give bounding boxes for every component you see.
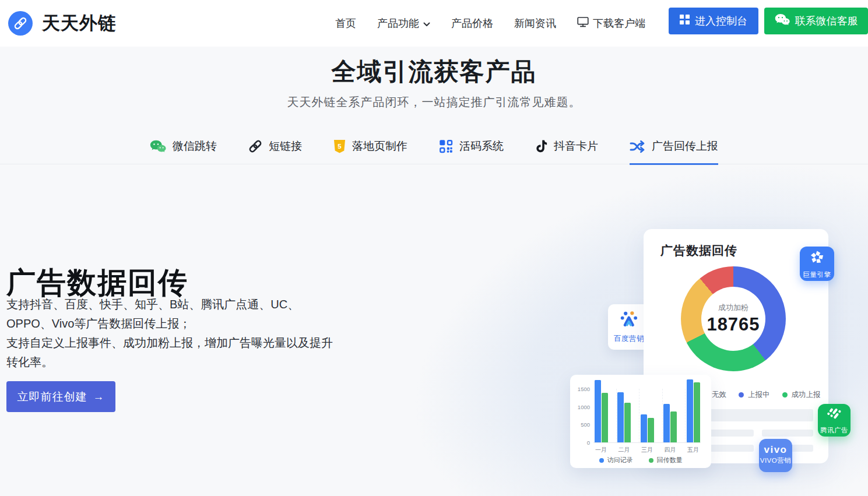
- legend-dot: [599, 458, 604, 463]
- ocean-engine-badge: 巨量引擎: [800, 247, 834, 281]
- skeleton-row: [762, 430, 813, 437]
- y-tick: 1000: [572, 404, 590, 410]
- svg-text:5: 5: [338, 143, 342, 150]
- hero-section: 全域引流获客产品 天天外链全系产品闭环，一站搞定推广引流常见难题。 微信跳转短链…: [0, 47, 868, 164]
- baidu-logo-icon: [620, 310, 639, 330]
- vivo-marketing-badge: vivo VIVO营销: [759, 439, 792, 472]
- nav-item-label: 下载客户端: [593, 16, 645, 30]
- nav-item-download[interactable]: 下载客户端: [577, 16, 645, 30]
- arrow-right-icon: →: [93, 391, 105, 403]
- legend-item: 回传数量: [649, 456, 683, 465]
- console-button-label: 进入控制台: [695, 14, 747, 28]
- bar-访问记录: [617, 392, 624, 442]
- tab-label: 抖音卡片: [554, 139, 598, 154]
- legend-item: 无效: [712, 390, 726, 400]
- tencent-ads-badge: 腾讯广告: [818, 404, 851, 437]
- bar-group: [662, 389, 678, 442]
- chevron-down-icon: [423, 17, 430, 30]
- tab-label: 落地页制作: [352, 139, 407, 154]
- x-tick: 五月: [686, 446, 701, 454]
- nav-item-pricing[interactable]: 产品价格: [451, 16, 493, 30]
- bar-group: [685, 389, 701, 442]
- bar-访问记录: [687, 379, 693, 442]
- bar-group: [639, 389, 655, 442]
- tab-short-link[interactable]: 短链接: [248, 139, 302, 165]
- baidu-badge-label: 百度营销: [614, 334, 644, 344]
- bar-chart-plot: [593, 389, 701, 443]
- bar-group: [616, 389, 632, 442]
- nav-item-features[interactable]: 产品功能: [377, 16, 430, 30]
- feature-description: 支持抖音、百度、快手、知乎、B站、腾讯广点通、UC、 OPPO、Vivo等广告数…: [6, 295, 342, 372]
- tab-live-qrcode[interactable]: 活码系统: [439, 139, 504, 165]
- wechat-icon: [150, 140, 166, 153]
- tab-label: 活码系统: [459, 139, 504, 154]
- tab-label: 短链接: [269, 139, 302, 154]
- brand-name: 天天外链: [42, 11, 117, 36]
- bar-chart-legend: 访问记录回传数量: [570, 456, 711, 465]
- vivo-logo: vivo: [764, 446, 787, 454]
- y-tick: 500: [572, 421, 590, 428]
- main-section: 广告数据回传 支持抖音、百度、快手、知乎、B站、腾讯广点通、UC、 OPPO、V…: [0, 164, 868, 484]
- bar-回传数量: [624, 403, 631, 442]
- x-tick: 二月: [617, 446, 632, 454]
- nav-item-home[interactable]: 首页: [335, 16, 356, 30]
- tab-label: 广告回传上报: [652, 139, 718, 154]
- donut-center-label: 成功加粉: [718, 302, 748, 313]
- shuffle-icon: [630, 140, 645, 153]
- link-icon: [248, 139, 262, 153]
- tencent-ads-badge-label: 腾讯广告: [820, 426, 848, 435]
- product-tabs: 微信跳转短链接5落地页制作活码系统抖音卡片广告回传上报: [0, 139, 868, 164]
- create-now-label: 立即前往创建: [17, 389, 87, 404]
- legend-label: 成功上报: [792, 390, 821, 400]
- nav-item-label: 新闻资讯: [514, 16, 556, 30]
- legend-dot: [782, 392, 788, 397]
- donut-center-value: 18765: [707, 314, 760, 335]
- bar-访问记录: [595, 380, 601, 442]
- tencent-ads-logo-icon: [827, 406, 842, 424]
- donut-center-stat: 成功加粉 18765: [681, 266, 786, 371]
- tab-landing-page[interactable]: 5落地页制作: [333, 139, 407, 165]
- tab-wechat-jump[interactable]: 微信跳转: [150, 139, 217, 165]
- grid-icon: [680, 15, 690, 27]
- bar-回传数量: [670, 411, 677, 442]
- bar-group: [593, 389, 609, 442]
- x-tick: 三月: [639, 446, 655, 454]
- nav-item-label: 产品价格: [451, 16, 493, 30]
- brand-logo[interactable]: 天天外链: [8, 11, 117, 36]
- navbar: 天天外链 首页产品功能产品价格新闻资讯下载客户端 进入控制台 联系微信客服: [0, 0, 868, 47]
- monitor-icon: [577, 16, 589, 30]
- legend-dot: [739, 392, 744, 397]
- legend-item: 上报中: [739, 390, 770, 400]
- bar-回传数量: [694, 382, 700, 442]
- legend-dot: [649, 458, 653, 463]
- nav-item-label: 产品功能: [377, 16, 419, 30]
- tab-ad-callback[interactable]: 广告回传上报: [630, 139, 718, 165]
- donut-legend: 无效上报中成功上报: [712, 390, 821, 400]
- bar-访问记录: [663, 404, 670, 442]
- ocean-engine-logo-icon: [809, 249, 825, 268]
- console-button[interactable]: 进入控制台: [669, 8, 758, 34]
- tiktok-icon: [535, 139, 547, 154]
- nav-item-news[interactable]: 新闻资讯: [514, 16, 556, 30]
- bar-chart-x-axis: 一月二月三月四月五月: [593, 446, 701, 454]
- donut-card-title: 广告数据回传: [660, 242, 737, 259]
- nav-item-label: 首页: [335, 16, 356, 30]
- vivo-badge-label: VIVO营销: [760, 456, 791, 465]
- create-now-button[interactable]: 立即前往创建 →: [6, 381, 115, 412]
- x-tick: 一月: [593, 446, 609, 454]
- legend-label: 访问记录: [607, 456, 633, 465]
- nav-actions: 进入控制台 联系微信客服: [669, 8, 868, 34]
- qrcode-icon: [439, 139, 453, 153]
- bar-chart-card: 050010001500 一月二月三月四月五月 访问记录回传数量: [570, 375, 711, 468]
- legend-label: 上报中: [748, 390, 770, 400]
- hero-title: 全域引流获客产品: [0, 47, 868, 87]
- ocean-engine-badge-label: 巨量引擎: [803, 270, 831, 279]
- tab-douyin-card[interactable]: 抖音卡片: [535, 139, 598, 165]
- wechat-service-button-label: 联系微信客服: [795, 14, 858, 28]
- wechat-service-button[interactable]: 联系微信客服: [764, 8, 868, 34]
- link-logo-icon: [8, 11, 33, 36]
- hero-subtitle: 天天外链全系产品闭环，一站搞定推广引流常见难题。: [0, 94, 868, 110]
- legend-label: 回传数量: [657, 456, 683, 465]
- html5-icon: 5: [333, 139, 346, 154]
- tab-label: 微信跳转: [173, 139, 217, 154]
